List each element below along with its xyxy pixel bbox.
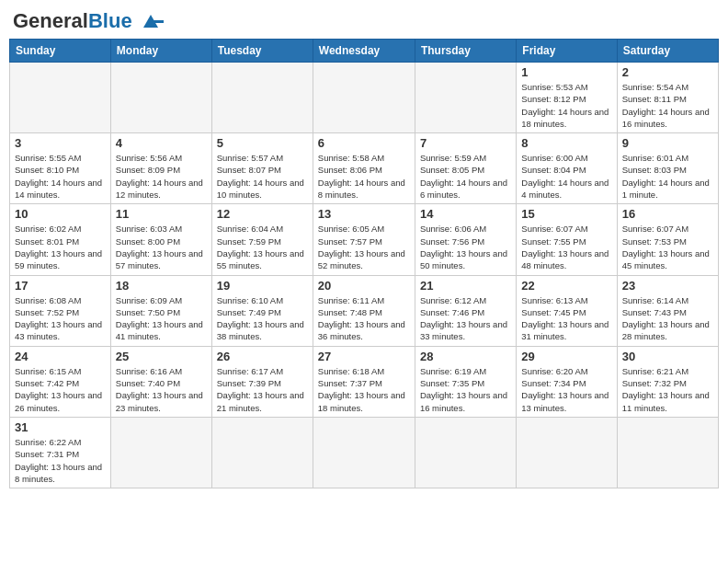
- day-number: 8: [521, 136, 611, 150]
- calendar-cell: 27Sunrise: 6:18 AM Sunset: 7:37 PM Dayli…: [313, 346, 415, 417]
- calendar-cell: 18Sunrise: 6:09 AM Sunset: 7:50 PM Dayli…: [110, 275, 211, 346]
- day-number: 24: [15, 350, 106, 363]
- day-info: Sunrise: 6:14 AM Sunset: 7:43 PM Dayligh…: [622, 294, 713, 343]
- weekday-header-friday: Friday: [517, 40, 617, 63]
- calendar-cell: 6Sunrise: 5:58 AM Sunset: 8:06 PM Daylig…: [313, 133, 415, 204]
- day-info: Sunrise: 6:09 AM Sunset: 7:50 PM Dayligh…: [116, 294, 207, 343]
- day-number: 3: [15, 136, 106, 150]
- calendar-cell: [313, 417, 415, 488]
- calendar-cell: 22Sunrise: 6:13 AM Sunset: 7:45 PM Dayli…: [517, 275, 617, 346]
- calendar-table: SundayMondayTuesdayWednesdayThursdayFrid…: [9, 39, 719, 488]
- day-number: 10: [15, 207, 106, 221]
- calendar-cell: [211, 417, 313, 488]
- calendar-cell: 20Sunrise: 6:11 AM Sunset: 7:48 PM Dayli…: [313, 275, 415, 346]
- day-info: Sunrise: 6:21 AM Sunset: 7:32 PM Dayligh…: [622, 365, 713, 414]
- day-info: Sunrise: 6:02 AM Sunset: 8:01 PM Dayligh…: [15, 223, 106, 271]
- weekday-header-tuesday: Tuesday: [211, 40, 313, 63]
- calendar-cell: [110, 417, 211, 488]
- day-info: Sunrise: 6:00 AM Sunset: 8:04 PM Dayligh…: [521, 152, 611, 201]
- day-number: 7: [420, 136, 511, 150]
- calendar-cell: 17Sunrise: 6:08 AM Sunset: 7:52 PM Dayli…: [10, 275, 111, 346]
- weekday-header-saturday: Saturday: [617, 40, 718, 63]
- day-info: Sunrise: 5:56 AM Sunset: 8:09 PM Dayligh…: [116, 152, 207, 201]
- logo-general: General: [13, 9, 88, 33]
- day-number: 20: [318, 279, 410, 293]
- day-info: Sunrise: 5:55 AM Sunset: 8:10 PM Dayligh…: [15, 152, 106, 201]
- day-number: 28: [420, 350, 511, 363]
- day-number: 30: [622, 350, 713, 363]
- calendar-cell: 7Sunrise: 5:59 AM Sunset: 8:05 PM Daylig…: [415, 133, 516, 204]
- logo: General Blue: [13, 9, 165, 33]
- day-info: Sunrise: 5:53 AM Sunset: 8:12 PM Dayligh…: [521, 81, 611, 130]
- calendar-cell: 15Sunrise: 6:07 AM Sunset: 7:55 PM Dayli…: [517, 204, 617, 275]
- calendar-cell: 9Sunrise: 6:01 AM Sunset: 8:03 PM Daylig…: [617, 133, 718, 204]
- day-info: Sunrise: 6:15 AM Sunset: 7:42 PM Dayligh…: [15, 365, 106, 414]
- calendar-cell: 2Sunrise: 5:54 AM Sunset: 8:11 PM Daylig…: [617, 63, 718, 133]
- day-info: Sunrise: 6:01 AM Sunset: 8:03 PM Dayligh…: [622, 152, 713, 201]
- calendar-cell: 19Sunrise: 6:10 AM Sunset: 7:49 PM Dayli…: [211, 275, 313, 346]
- day-info: Sunrise: 6:07 AM Sunset: 7:55 PM Dayligh…: [521, 223, 611, 271]
- calendar-cell: 24Sunrise: 6:15 AM Sunset: 7:42 PM Dayli…: [10, 346, 111, 417]
- weekday-header-monday: Monday: [110, 40, 211, 63]
- calendar-cell: 3Sunrise: 5:55 AM Sunset: 8:10 PM Daylig…: [10, 133, 111, 204]
- calendar-cell: [617, 417, 718, 488]
- day-number: 17: [15, 279, 106, 293]
- day-number: 6: [318, 136, 410, 150]
- day-info: Sunrise: 5:58 AM Sunset: 8:06 PM Dayligh…: [318, 152, 410, 201]
- day-info: Sunrise: 6:16 AM Sunset: 7:40 PM Dayligh…: [116, 365, 207, 414]
- calendar-cell: 11Sunrise: 6:03 AM Sunset: 8:00 PM Dayli…: [110, 204, 211, 275]
- weekday-header-sunday: Sunday: [10, 40, 111, 63]
- calendar-cell: 30Sunrise: 6:21 AM Sunset: 7:32 PM Dayli…: [617, 346, 718, 417]
- day-number: 15: [521, 207, 611, 221]
- day-info: Sunrise: 6:22 AM Sunset: 7:31 PM Dayligh…: [15, 436, 106, 485]
- day-number: 14: [420, 207, 511, 221]
- day-number: 23: [622, 279, 713, 293]
- calendar-cell: 29Sunrise: 6:20 AM Sunset: 7:34 PM Dayli…: [517, 346, 617, 417]
- day-number: 1: [521, 65, 611, 79]
- day-number: 31: [15, 420, 106, 434]
- day-number: 18: [116, 279, 207, 293]
- day-number: 16: [622, 207, 713, 221]
- calendar-cell: 31Sunrise: 6:22 AM Sunset: 7:31 PM Dayli…: [10, 417, 111, 488]
- calendar-cell: 25Sunrise: 6:16 AM Sunset: 7:40 PM Dayli…: [110, 346, 211, 417]
- day-info: Sunrise: 6:20 AM Sunset: 7:34 PM Dayligh…: [521, 365, 611, 414]
- day-info: Sunrise: 6:10 AM Sunset: 7:49 PM Dayligh…: [217, 294, 308, 343]
- day-number: 13: [318, 207, 410, 221]
- day-info: Sunrise: 6:04 AM Sunset: 7:59 PM Dayligh…: [217, 223, 308, 271]
- calendar-cell: 26Sunrise: 6:17 AM Sunset: 7:39 PM Dayli…: [211, 346, 313, 417]
- logo-icon: [136, 11, 165, 31]
- calendar-cell: 14Sunrise: 6:06 AM Sunset: 7:56 PM Dayli…: [415, 204, 516, 275]
- day-info: Sunrise: 5:57 AM Sunset: 8:07 PM Dayligh…: [217, 152, 308, 201]
- day-number: 27: [318, 350, 410, 363]
- day-info: Sunrise: 6:03 AM Sunset: 8:00 PM Dayligh…: [116, 223, 207, 271]
- day-number: 12: [217, 207, 308, 221]
- calendar-cell: [313, 63, 415, 133]
- day-number: 29: [521, 350, 611, 363]
- day-number: 22: [521, 279, 611, 293]
- day-number: 5: [217, 136, 308, 150]
- day-number: 2: [622, 65, 713, 79]
- page-header: General Blue: [9, 9, 719, 33]
- day-info: Sunrise: 6:12 AM Sunset: 7:46 PM Dayligh…: [420, 294, 511, 343]
- day-info: Sunrise: 6:08 AM Sunset: 7:52 PM Dayligh…: [15, 294, 106, 343]
- day-number: 4: [116, 136, 207, 150]
- day-number: 25: [116, 350, 207, 363]
- weekday-header-thursday: Thursday: [415, 40, 516, 63]
- day-info: Sunrise: 6:06 AM Sunset: 7:56 PM Dayligh…: [420, 223, 511, 271]
- day-info: Sunrise: 5:54 AM Sunset: 8:11 PM Dayligh…: [622, 81, 713, 130]
- day-number: 9: [622, 136, 713, 150]
- day-info: Sunrise: 6:05 AM Sunset: 7:57 PM Dayligh…: [318, 223, 410, 271]
- calendar-cell: 13Sunrise: 6:05 AM Sunset: 7:57 PM Dayli…: [313, 204, 415, 275]
- svg-rect-1: [153, 20, 164, 23]
- weekday-header-wednesday: Wednesday: [313, 40, 415, 63]
- day-number: 19: [217, 279, 308, 293]
- calendar-cell: 4Sunrise: 5:56 AM Sunset: 8:09 PM Daylig…: [110, 133, 211, 204]
- calendar-cell: [517, 417, 617, 488]
- calendar-cell: 16Sunrise: 6:07 AM Sunset: 7:53 PM Dayli…: [617, 204, 718, 275]
- day-info: Sunrise: 6:07 AM Sunset: 7:53 PM Dayligh…: [622, 223, 713, 271]
- calendar-cell: 8Sunrise: 6:00 AM Sunset: 8:04 PM Daylig…: [517, 133, 617, 204]
- calendar-cell: [110, 63, 211, 133]
- calendar-cell: [211, 63, 313, 133]
- calendar-cell: 5Sunrise: 5:57 AM Sunset: 8:07 PM Daylig…: [211, 133, 313, 204]
- calendar-cell: 23Sunrise: 6:14 AM Sunset: 7:43 PM Dayli…: [617, 275, 718, 346]
